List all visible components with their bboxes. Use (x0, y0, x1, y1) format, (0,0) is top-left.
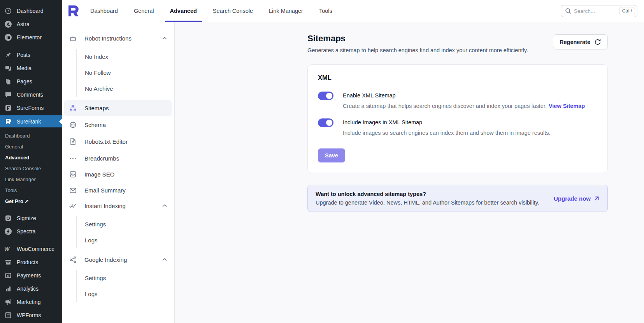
search-input[interactable] (574, 8, 616, 14)
sidebar-item-no-follow[interactable]: No Follow (77, 65, 174, 81)
surerank-logo-icon[interactable] (66, 4, 80, 18)
wp-menu-woocommerce[interactable]: W WooCommerce (0, 242, 62, 256)
submenu-tools[interactable]: Tools (0, 185, 62, 196)
wp-menu-dashboard[interactable]: Dashboard (0, 4, 62, 18)
sidebar-item-label: Image SEO (84, 171, 115, 178)
sidebar-item-breadcrumbs[interactable]: Breadcrumbs (64, 150, 172, 166)
external-arrow-icon: ↗ (25, 198, 29, 204)
submenu-search-console[interactable]: Search Console (0, 163, 62, 174)
wp-menu-label: Dashboard (17, 8, 44, 14)
wp-menu-spectra[interactable]: Spectra (0, 225, 62, 238)
upgrade-now-link[interactable]: Upgrade now (554, 195, 600, 202)
plugin-topbar: Dashboard General Advanced Search Consol… (62, 0, 644, 22)
sitemap-icon (69, 104, 77, 112)
submenu-get-pro[interactable]: Get Pro↗ (0, 196, 62, 207)
submenu-general[interactable]: General (0, 141, 62, 152)
save-button[interactable]: Save (318, 148, 345, 162)
wp-menu-media[interactable]: Media (0, 62, 62, 75)
submenu-advanced-current[interactable]: Advanced (0, 152, 62, 163)
group-robot-instructions[interactable]: Robot Instructions (64, 31, 172, 46)
sidebar-item-schema[interactable]: Schema (64, 117, 172, 133)
tab-advanced-active[interactable]: Advanced (170, 0, 197, 22)
file-text-icon (69, 138, 77, 146)
box-icon (4, 258, 12, 266)
tab-search-console[interactable]: Search Console (213, 0, 253, 22)
tab-link-manager[interactable]: Link Manager (269, 0, 303, 22)
wp-menu-elementor[interactable]: Elementor (0, 31, 62, 44)
page-title: Sitemaps (307, 33, 528, 44)
include-images-toggle[interactable] (318, 118, 333, 127)
instant-indexing-children: Settings Logs (76, 216, 174, 248)
bar-chart-icon (4, 285, 12, 293)
submenu-link-manager[interactable]: Link Manager (0, 174, 62, 185)
sidebar-item-google-logs[interactable]: Logs (77, 286, 174, 302)
top-nav: Dashboard General Advanced Search Consol… (90, 0, 332, 22)
group-label: Robot Instructions (84, 35, 132, 42)
regenerate-button[interactable]: Regenerate (553, 34, 608, 49)
tab-general[interactable]: General (134, 0, 154, 22)
wp-menu-payments[interactable]: $ Payments (0, 269, 62, 282)
chevron-up-icon (162, 204, 167, 207)
wp-menu-products[interactable]: Products (0, 256, 62, 269)
pushpin-icon (4, 51, 12, 59)
wp-menu-wpforms[interactable]: WPForms (0, 309, 62, 322)
sidebar-item-label: Schema (84, 122, 106, 128)
surerank-settings-sidebar: Robot Instructions No Index No Follow No… (62, 22, 175, 323)
form-icon (4, 311, 12, 319)
enable-xml-sitemap-toggle[interactable] (318, 92, 333, 100)
surerank-menu-icon (4, 118, 12, 125)
envelope-icon (69, 187, 77, 194)
page-subtitle: Generates a sitemap to help search engin… (307, 46, 528, 54)
group-google-indexing[interactable]: Google Indexing (64, 252, 172, 267)
chevron-up-icon (162, 37, 167, 40)
toggle-description: Include images so search engines can ind… (343, 129, 551, 137)
sureforms-icon (4, 104, 12, 112)
wp-menu-label: Astra (17, 21, 30, 27)
svg-text:W: W (4, 246, 10, 252)
sidebar-item-image-seo[interactable]: Image SEO (64, 166, 172, 182)
wp-menu-posts[interactable]: Posts (0, 48, 62, 62)
wp-menu-pages[interactable]: Pages (0, 75, 62, 88)
submenu-dashboard[interactable]: Dashboard (0, 131, 62, 141)
page-header: Sitemaps Generates a sitemap to help sea… (307, 33, 608, 54)
gauge-icon (4, 7, 12, 15)
wp-menu-astra[interactable]: Astra (0, 18, 62, 31)
wp-menu-surerank-active[interactable]: SureRank (0, 115, 62, 127)
sidebar-item-sitemaps-active[interactable]: Sitemaps (64, 100, 172, 116)
sidebar-item-google-settings[interactable]: Settings (77, 270, 174, 286)
wp-menu-label: Products (17, 259, 38, 265)
woocommerce-icon: W (4, 245, 12, 253)
wp-menu-comments[interactable]: Comments (0, 88, 62, 101)
wp-menu-marketing[interactable]: Marketing (0, 295, 62, 309)
share-nodes-icon (69, 256, 77, 263)
robot-icon (69, 34, 77, 42)
wp-menu-label: Media (17, 65, 32, 71)
sidebar-item-label: Robots.txt Editor (84, 138, 128, 145)
view-sitemap-link[interactable]: View Sitemap (549, 103, 585, 109)
wp-menu-label: WPForms (17, 312, 41, 318)
surerank-logo-wrap (66, 0, 80, 22)
include-images-row: Include Images in XML Sitemap Include im… (318, 118, 597, 137)
wp-menu-label: SureRank (17, 118, 41, 125)
global-search[interactable]: Ctrl / (561, 5, 637, 17)
active-menu-notch (56, 118, 62, 125)
main-content: Sitemaps Generates a sitemap to help sea… (175, 22, 644, 323)
wp-menu-sureforms[interactable]: SureForms (0, 101, 62, 115)
sidebar-separator (0, 44, 62, 48)
tab-dashboard[interactable]: Dashboard (90, 0, 118, 22)
ellipsis-icon (69, 155, 77, 162)
group-instant-indexing[interactable]: Instant Indexing (64, 198, 172, 213)
sidebar-item-instant-settings[interactable]: Settings (77, 216, 174, 232)
tab-tools[interactable]: Tools (319, 0, 332, 22)
wp-menu-label: SureForms (17, 105, 44, 111)
wp-menu-sigmize[interactable]: Sigmize (0, 212, 62, 225)
toggle-label: Include Images in XML Sitemap (343, 118, 551, 126)
sidebar-item-email-summary[interactable]: Email Summary (64, 182, 172, 198)
sidebar-item-instant-logs[interactable]: Logs (77, 232, 174, 248)
pages-icon (4, 78, 12, 85)
sidebar-item-no-archive[interactable]: No Archive (77, 81, 174, 97)
dollar-icon: $ (4, 272, 12, 279)
wp-menu-analytics[interactable]: Analytics (0, 282, 62, 295)
sidebar-item-robots-txt-editor[interactable]: Robots.txt Editor (64, 134, 172, 150)
sidebar-item-no-index[interactable]: No Index (77, 49, 174, 65)
